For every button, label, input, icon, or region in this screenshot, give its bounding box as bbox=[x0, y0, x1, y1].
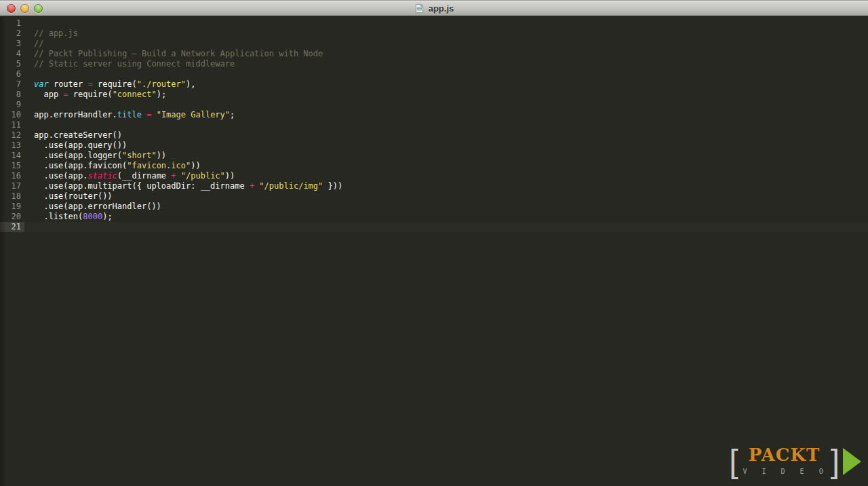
code-line[interactable]: 6 bbox=[0, 69, 868, 79]
code-line[interactable]: 3// bbox=[0, 39, 868, 49]
code-line[interactable]: 2// app.js bbox=[0, 29, 868, 39]
code-line-text bbox=[24, 100, 34, 110]
line-number[interactable]: 8 bbox=[0, 90, 24, 100]
code-token-plain bbox=[151, 110, 156, 119]
line-number[interactable]: 21 bbox=[0, 222, 24, 232]
code-line-text bbox=[24, 18, 34, 29]
logo-sub-text: V I D E O bbox=[740, 466, 828, 476]
line-number[interactable]: 5 bbox=[0, 59, 24, 69]
code-token-plain: require( bbox=[93, 79, 137, 89]
code-line-text bbox=[24, 120, 34, 130]
window-title: app.js bbox=[0, 1, 868, 16]
code-token-comment: // Packt Publishing – Build a Network Ap… bbox=[34, 49, 323, 58]
code-line[interactable]: 21 bbox=[0, 222, 868, 232]
code-line[interactable]: 8 app = require("connect"); bbox=[0, 90, 868, 100]
line-number[interactable]: 13 bbox=[0, 141, 24, 151]
code-line[interactable]: 4// Packt Publishing – Build a Network A… bbox=[0, 49, 868, 59]
code-line[interactable]: 5// Static server using Connect middlewa… bbox=[0, 59, 868, 69]
code-line-text: .use(app.query()) bbox=[24, 141, 127, 151]
code-line[interactable]: 10app.errorHandler.title = "Image Galler… bbox=[0, 110, 868, 120]
line-number[interactable]: 16 bbox=[0, 171, 24, 181]
code-token-plain: .listen( bbox=[34, 212, 83, 221]
code-token-operator: = bbox=[87, 79, 92, 89]
logo-bracket-left: [ bbox=[729, 447, 738, 476]
line-number[interactable]: 12 bbox=[0, 130, 24, 141]
code-token-plain: ; bbox=[230, 110, 235, 119]
code-token-plain: .use(app.errorHandler()) bbox=[34, 202, 161, 211]
packt-video-logo: [ PACKT V I D E O ] bbox=[729, 446, 861, 476]
code-token-keyword: var bbox=[34, 79, 49, 89]
code-line[interactable]: 16 .use(app.static(__dirname + "/public"… bbox=[0, 171, 868, 181]
line-number[interactable]: 18 bbox=[0, 191, 24, 202]
code-token-plain: )) bbox=[191, 161, 200, 170]
code-token-plain: )) bbox=[157, 151, 166, 160]
line-number[interactable]: 7 bbox=[0, 79, 24, 90]
code-editor[interactable]: 12// app.js3//4// Packt Publishing – Bui… bbox=[0, 17, 868, 486]
code-token-plain: .use(app.multipart({ uploadDir: __dirnam… bbox=[34, 181, 250, 191]
code-line-text: .use(app.logger("short")) bbox=[24, 151, 166, 161]
code-token-number: 8000 bbox=[83, 212, 102, 221]
code-token-plain: (__dirname bbox=[117, 171, 171, 181]
line-number[interactable]: 11 bbox=[0, 120, 24, 130]
code-token-plain: .use(app.logger( bbox=[34, 151, 122, 160]
line-number[interactable]: 15 bbox=[0, 161, 24, 171]
code-line-text: app.createServer() bbox=[24, 130, 122, 141]
code-line[interactable]: 13 .use(app.query()) bbox=[0, 141, 868, 151]
code-line-text bbox=[24, 222, 34, 232]
code-token-plain: .use(app.favicon( bbox=[34, 161, 127, 170]
line-number[interactable]: 3 bbox=[0, 39, 24, 49]
logo-bracket-right: ] bbox=[831, 447, 840, 476]
line-number[interactable]: 10 bbox=[0, 110, 24, 120]
code-line-text: var router = require("./router"), bbox=[24, 79, 195, 90]
play-triangle-icon bbox=[843, 448, 861, 475]
code-line-text: .listen(8000); bbox=[24, 212, 113, 222]
code-token-comment: // bbox=[34, 39, 43, 48]
code-token-plain bbox=[176, 171, 181, 181]
code-line[interactable]: 18 .use(router()) bbox=[0, 191, 868, 202]
code-line[interactable]: 17 .use(app.multipart({ uploadDir: __dir… bbox=[0, 181, 868, 191]
line-number[interactable]: 4 bbox=[0, 49, 24, 59]
code-token-plain: ), bbox=[186, 79, 195, 89]
line-number[interactable]: 1 bbox=[0, 18, 24, 29]
code-token-operator: + bbox=[171, 171, 176, 181]
line-number[interactable]: 20 bbox=[0, 212, 24, 222]
code-line-text: app = require("connect"); bbox=[24, 90, 166, 100]
code-line-text: .use(app.favicon("favicon.ico")) bbox=[24, 161, 201, 171]
code-line-text: app.errorHandler.title = "Image Gallery"… bbox=[24, 110, 235, 120]
code-line-text: // Static server using Connect middlewar… bbox=[24, 59, 235, 69]
code-line-text: .use(app.multipart({ uploadDir: __dirnam… bbox=[24, 181, 342, 191]
code-token-plain: app.errorHandler. bbox=[34, 110, 117, 119]
document-icon bbox=[414, 3, 425, 14]
code-line[interactable]: 11 bbox=[0, 120, 868, 130]
code-line[interactable]: 19 .use(app.errorHandler()) bbox=[0, 202, 868, 212]
line-number[interactable]: 17 bbox=[0, 181, 24, 191]
code-token-string: "/public" bbox=[181, 171, 225, 181]
code-token-property: title bbox=[117, 110, 142, 119]
line-number[interactable]: 19 bbox=[0, 202, 24, 212]
code-line[interactable]: 1 bbox=[0, 18, 868, 29]
code-line[interactable]: 9 bbox=[0, 100, 868, 110]
code-token-plain: .use(router()) bbox=[34, 191, 113, 201]
code-token-plain: .use(app.query()) bbox=[34, 141, 127, 150]
line-number[interactable]: 6 bbox=[0, 69, 24, 79]
code-line[interactable]: 7var router = require("./router"), bbox=[0, 79, 868, 90]
code-token-plain: )) bbox=[225, 171, 235, 181]
code-line[interactable]: 12app.createServer() bbox=[0, 130, 868, 141]
code-line-text bbox=[24, 69, 34, 79]
code-token-plain: ); bbox=[157, 90, 166, 99]
code-token-comment: // Static server using Connect middlewar… bbox=[34, 59, 235, 69]
code-token-string: "./router" bbox=[137, 79, 186, 89]
code-line-text: .use(app.static(__dirname + "/public")) bbox=[24, 171, 235, 181]
line-number[interactable]: 14 bbox=[0, 151, 24, 161]
code-token-plain: app bbox=[34, 90, 63, 99]
code-line[interactable]: 20 .listen(8000); bbox=[0, 212, 868, 222]
code-line[interactable]: 14 .use(app.logger("short")) bbox=[0, 151, 868, 161]
line-number[interactable]: 9 bbox=[0, 100, 24, 110]
code-line-text: // Packt Publishing – Build a Network Ap… bbox=[24, 49, 323, 59]
logo-brand-text: PACKT bbox=[749, 446, 820, 464]
code-token-string: "Image Gallery" bbox=[157, 110, 230, 119]
code-line[interactable]: 15 .use(app.favicon("favicon.ico")) bbox=[0, 161, 868, 171]
code-line-text: .use(router()) bbox=[24, 191, 113, 202]
line-number[interactable]: 2 bbox=[0, 29, 24, 39]
code-token-plain: ); bbox=[102, 212, 112, 221]
